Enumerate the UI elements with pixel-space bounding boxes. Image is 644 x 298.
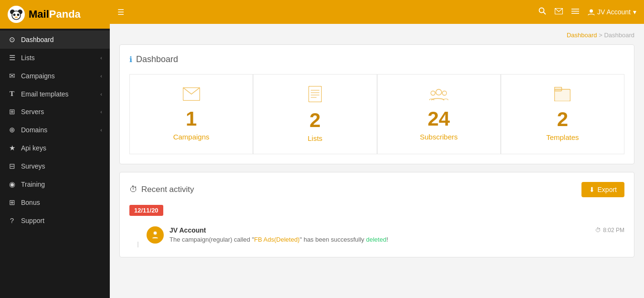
activity-username: JV Account (169, 226, 206, 234)
training-icon: ◉ (8, 180, 16, 189)
main-content: ☰ JV Account ▾ Dashboard > Dashboard (110, 0, 644, 298)
sidebar-item-label: Bonus (21, 199, 40, 206)
sidebar-item-label: Api keys (21, 144, 46, 152)
sidebar-item-label: Surveys (21, 162, 45, 170)
sidebar-item-label: Email templates (21, 90, 69, 98)
chevron-icon: ‹ (100, 73, 102, 79)
sidebar-item-label: Support (21, 217, 44, 224)
sidebar-item-api-keys[interactable]: ★ Api keys (0, 139, 110, 157)
dashboard-icon: ⊙ (8, 35, 16, 44)
svg-line-8 (543, 12, 546, 15)
activity-body: JV Account ⏱ 8:02 PM The campaign(regula… (169, 226, 624, 243)
sidebar-nav: ⊙ Dashboard ☰ Lists ‹ ✉ Campaigns ‹ T Em… (0, 29, 110, 231)
user-account-label: JV Account (597, 8, 631, 16)
sidebar-item-training[interactable]: ◉ Training (0, 175, 110, 193)
section-title: ⏱ Recent activity (129, 185, 194, 194)
timeline-content: JV Account ⏱ 8:02 PM The campaign(regula… (147, 223, 624, 247)
svg-point-25 (153, 231, 157, 235)
lists-icon: ☰ (8, 53, 16, 62)
stat-templates[interactable]: 2 Templates (501, 74, 624, 154)
sidebar-item-label: Lists (21, 54, 35, 62)
dashboard-card: ℹ Dashboard 1 Campaigns (119, 44, 634, 164)
sidebar-item-email-templates[interactable]: T Email templates ‹ (0, 85, 110, 103)
api-keys-icon: ★ (8, 144, 16, 152)
templates-stat-icon (554, 87, 570, 105)
sidebar-item-label: Training (21, 181, 45, 188)
chevron-icon: ‹ (100, 127, 102, 133)
campaigns-stat-icon (183, 87, 200, 104)
lists-label: Lists (307, 134, 322, 142)
activity-header: JV Account ⏱ 8:02 PM (169, 226, 624, 234)
campaigns-label: Campaigns (173, 133, 210, 141)
bonus-icon: ⊞ (8, 198, 16, 207)
sidebar-item-support[interactable]: ? Support (0, 212, 110, 229)
sidebar-item-campaigns[interactable]: ✉ Campaigns ‹ (0, 67, 110, 85)
svg-point-7 (539, 8, 544, 13)
list-icon[interactable] (571, 8, 579, 16)
templates-label: Templates (546, 133, 579, 141)
sidebar-item-dashboard[interactable]: ⊙ Dashboard (0, 31, 110, 49)
svg-point-13 (590, 9, 593, 12)
sidebar-item-label: Dashboard (21, 36, 54, 43)
servers-icon: ⊞ (8, 107, 16, 116)
activity-avatar (147, 226, 164, 244)
stat-subscribers[interactable]: 24 Subscribers (377, 74, 501, 154)
subscribers-stat-icon (429, 87, 448, 104)
search-icon[interactable] (538, 7, 546, 17)
recent-activity-card: ⏱ Recent activity ⬇ Export 12/11/20 (119, 172, 634, 257)
svg-point-6 (15, 17, 18, 18)
dashboard-title: ℹ Dashboard (129, 54, 624, 64)
domains-icon: ⊕ (8, 126, 16, 134)
hamburger-icon[interactable]: ☰ (117, 8, 124, 17)
topnav-left: ☰ (117, 8, 124, 17)
sidebar-item-label: Campaigns (21, 72, 55, 80)
chevron-icon: ‹ (100, 55, 102, 61)
stats-grid: 1 Campaigns 2 Lists (129, 74, 624, 154)
breadcrumb-link[interactable]: Dashboard (567, 32, 597, 39)
breadcrumb: Dashboard > Dashboard (119, 32, 634, 39)
user-account[interactable]: JV Account ▾ (588, 8, 636, 16)
sidebar: MailPanda ⊙ Dashboard ☰ Lists ‹ ✉ Campai… (0, 0, 110, 298)
svg-point-21 (431, 91, 435, 96)
activity-item: JV Account ⏱ 8:02 PM The campaign(regula… (147, 223, 624, 247)
sidebar-item-servers[interactable]: ⊞ Servers ‹ (0, 103, 110, 121)
logo-icon (8, 6, 25, 23)
email-templates-icon: T (8, 90, 16, 98)
date-badge: 12/11/20 (129, 205, 163, 216)
topnav: ☰ JV Account ▾ (110, 0, 644, 24)
chevron-icon: ‹ (100, 109, 102, 115)
lists-stat-icon (308, 86, 322, 106)
info-icon: ℹ (129, 55, 132, 64)
sidebar-item-lists[interactable]: ☰ Lists ‹ (0, 49, 110, 67)
export-button[interactable]: ⬇ Export (581, 182, 624, 197)
sidebar-item-label: Servers (21, 108, 44, 116)
activity-time: ⏱ 8:02 PM (595, 227, 624, 234)
timeline-wrapper: JV Account ⏱ 8:02 PM The campaign(regula… (129, 223, 624, 247)
svg-point-20 (436, 89, 442, 95)
sidebar-item-domains[interactable]: ⊕ Domains ‹ (0, 121, 110, 139)
campaigns-count: 1 (186, 109, 197, 129)
activity-text: The campaign(regular) called "FB Ads(Del… (169, 236, 624, 243)
stat-lists[interactable]: 2 Lists (253, 74, 377, 154)
chevron-icon: ‹ (100, 91, 102, 97)
envelope-icon[interactable] (555, 8, 563, 16)
lists-count: 2 (309, 110, 320, 130)
user-dropdown-icon: ▾ (633, 8, 636, 16)
content-area: Dashboard > Dashboard ℹ Dashboard 1 (110, 24, 644, 298)
subscribers-label: Subscribers (420, 133, 458, 141)
breadcrumb-current: Dashboard (604, 32, 634, 39)
templates-count: 2 (557, 109, 568, 129)
svg-point-22 (443, 91, 447, 96)
clock-icon: ⏱ (129, 185, 137, 194)
timeline-line (137, 242, 138, 247)
sidebar-item-surveys[interactable]: ⊟ Surveys (0, 157, 110, 175)
sidebar-header: MailPanda (0, 0, 110, 29)
sidebar-item-label: Domains (21, 126, 47, 134)
stat-campaigns[interactable]: 1 Campaigns (129, 74, 253, 154)
subscribers-count: 24 (428, 109, 450, 129)
svg-rect-24 (555, 87, 562, 91)
svg-point-5 (17, 14, 20, 16)
sidebar-brand: MailPanda (29, 8, 81, 21)
sidebar-item-bonus[interactable]: ⊞ Bonus (0, 193, 110, 212)
campaigns-icon: ✉ (8, 72, 16, 80)
